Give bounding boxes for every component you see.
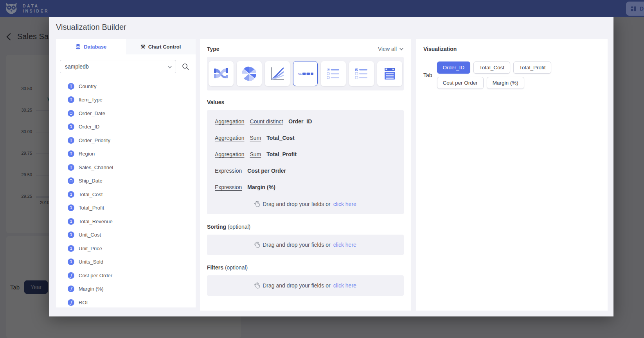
field-label: Order_Priority [79, 137, 110, 143]
dropdown-list-icon [381, 65, 398, 82]
chart-type-pie[interactable] [237, 61, 262, 86]
viz-tab-Margin (%)[interactable]: Margin (%) [487, 77, 524, 89]
number-type-icon: 1 [68, 218, 74, 225]
number-type-icon: 1 [68, 191, 74, 198]
chart-type-line[interactable] [265, 61, 290, 86]
field-label: Total_Revenue [79, 219, 113, 224]
field-item-Total_Cost[interactable]: 1Total_Cost [68, 188, 196, 201]
value-link-Expression[interactable]: Expression [215, 184, 242, 190]
sorting-section-title: Sorting (optional) [207, 224, 404, 230]
number-type-icon: 1 [68, 204, 74, 211]
number-type-icon: 1 [68, 258, 74, 265]
field-item-Unit_Cost[interactable]: 1Unit_Cost [68, 228, 196, 242]
field-label: Units_Sold [79, 259, 103, 265]
chart-type-checkbox-list[interactable] [349, 61, 374, 86]
viz-tab-Cost per Order[interactable]: Cost per Order [437, 77, 484, 89]
field-label: Margin (%) [79, 286, 104, 292]
field-item-Order_Priority[interactable]: TOrder_Priority [68, 134, 196, 147]
dropzone-click-here-link[interactable]: click here [333, 201, 356, 207]
search-icon [182, 63, 189, 70]
database-select-value: sampledb [65, 63, 89, 70]
value-link-Count distinct[interactable]: Count distinct [250, 118, 283, 125]
tab-chart-icon: Tab [297, 65, 314, 82]
field-item-Ship_Date[interactable]: Ship_Date [68, 174, 196, 188]
field-item-Sales_Channel[interactable]: TSales_Channel [68, 161, 196, 174]
database-icon [75, 44, 81, 50]
field-item-Units_Sold[interactable]: 1Units_Sold [68, 255, 196, 269]
dropzone-click-here-link[interactable]: click here [333, 282, 356, 289]
value-field-name[interactable]: Cost per Order [247, 168, 286, 174]
dropzone-text: Drag and drop your fields or [263, 201, 331, 207]
radio-list-icon [325, 65, 342, 82]
sankey-chart-icon [212, 65, 230, 82]
filters-dropzone: Drag and drop your fields or click here [254, 282, 356, 289]
value-link-Expression[interactable]: Expression [215, 168, 242, 174]
filters-section-title: Filters (optional) [207, 264, 404, 271]
chevron-down-icon [399, 47, 404, 51]
value-link-Sum[interactable]: Sum [250, 135, 261, 141]
datasource-search-row: sampledb [56, 54, 196, 76]
value-field-name[interactable]: Total_Cost [266, 135, 294, 141]
value-field-name[interactable]: Margin (%) [247, 184, 275, 190]
field-label: Unit_Price [79, 246, 102, 251]
chart-type-sankey[interactable] [209, 61, 234, 86]
view-all-label: View all [378, 46, 397, 52]
dashboards-button-label: D [640, 5, 644, 12]
value-row: ExpressionCost per Order [215, 163, 396, 179]
search-fields-button[interactable] [182, 63, 189, 70]
tab-chart-control-label: Chart Control [148, 44, 181, 50]
field-item-Country[interactable]: TCountry [68, 80, 196, 93]
brand-name: DATA INSIDER [23, 4, 49, 14]
field-item-Region[interactable]: TRegion [68, 147, 196, 161]
value-link-Aggregation[interactable]: Aggregation [215, 118, 245, 125]
value-field-name[interactable]: Order_ID [288, 118, 312, 125]
filters-optional-suffix: (optional) [225, 264, 248, 271]
field-item-Cost per Order[interactable]: ƒCost per Order [68, 269, 196, 282]
modal-title: Visualization Builder [56, 23, 126, 32]
tab-chart-control[interactable]: ⚒ Chart Control [126, 39, 196, 54]
field-item-Order_Date[interactable]: Order_Date [68, 107, 196, 120]
filters-box: Drag and drop your fields or click here [207, 275, 404, 296]
dropzone-text: Drag and drop your fields or [263, 282, 331, 289]
chart-type-dropdown[interactable] [377, 61, 402, 86]
field-label: Region [79, 151, 95, 157]
field-item-Margin (%)[interactable]: ƒMargin (%) [68, 282, 196, 296]
datasource-panel: Database ⚒ Chart Control sampledb TCo [56, 39, 196, 307]
field-item-ROI[interactable]: ƒROI [68, 296, 196, 309]
viz-tab-Order_ID[interactable]: Order_ID [437, 61, 471, 74]
sorting-optional-suffix: (optional) [228, 224, 250, 230]
field-list: TCountryTItem_TypeOrder_Date1Order_IDTOr… [56, 76, 196, 309]
brand-logo[interactable]: DATA INSIDER [0, 1, 49, 16]
type-section-title: Type [207, 46, 219, 52]
value-field-name[interactable]: Total_Profit [266, 151, 297, 157]
value-link-Aggregation[interactable]: Aggregation [215, 135, 245, 141]
field-item-Total_Profit[interactable]: 1Total_Profit [68, 201, 196, 215]
field-label: Order_Date [79, 110, 105, 116]
top-navbar: DATA INSIDER D [0, 0, 644, 17]
database-select[interactable]: sampledb [60, 60, 176, 73]
dashboards-button[interactable]: D [626, 2, 644, 16]
field-item-Total_Revenue[interactable]: 1Total_Revenue [68, 215, 196, 228]
number-type-icon: 1 [68, 123, 74, 130]
chart-type-radio-list[interactable] [321, 61, 346, 86]
viz-tab-Total_Cost[interactable]: Total_Cost [473, 61, 510, 74]
chart-type-tab[interactable]: Tab [293, 61, 318, 86]
field-label: Unit_Cost [79, 232, 101, 238]
field-label: Item_Type [79, 97, 103, 103]
dropzone-click-here-link[interactable]: click here [333, 242, 356, 248]
number-type-icon: 1 [68, 231, 74, 238]
field-label: Cost per Order [79, 273, 112, 278]
checkbox-list-icon [353, 65, 370, 82]
chevron-down-icon [167, 65, 172, 69]
view-all-button[interactable]: View all [378, 46, 404, 52]
value-link-Aggregation[interactable]: Aggregation [215, 151, 245, 157]
field-item-Order_ID[interactable]: 1Order_ID [68, 120, 196, 134]
value-link-Sum[interactable]: Sum [250, 151, 261, 157]
viz-tab-Total_Profit[interactable]: Total_Profit [513, 61, 552, 74]
field-item-Item_Type[interactable]: TItem_Type [68, 93, 196, 107]
field-item-Unit_Price[interactable]: 1Unit_Price [68, 242, 196, 255]
text-type-icon: T [68, 164, 74, 171]
tab-database[interactable]: Database [56, 39, 126, 54]
text-type-icon: T [68, 96, 74, 103]
source-tabs: Database ⚒ Chart Control [56, 39, 196, 54]
